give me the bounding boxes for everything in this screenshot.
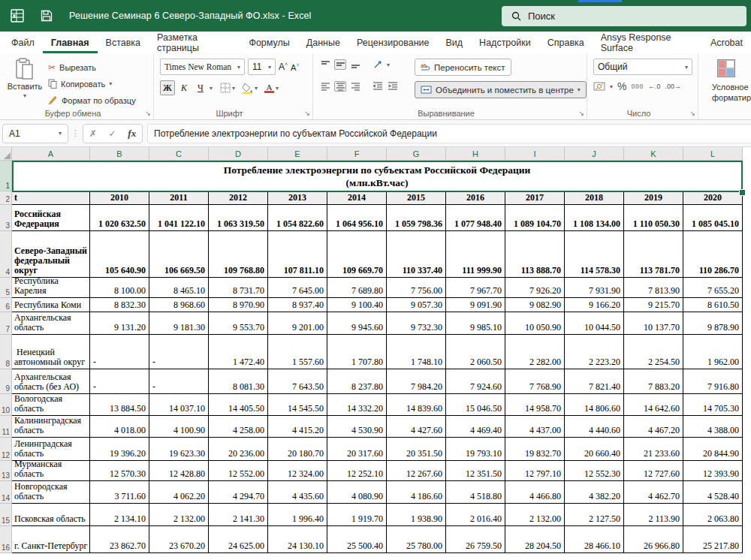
cut-button[interactable]: ✂ Вырезать [48, 60, 136, 74]
cell-L14[interactable]: 4 528.40 [683, 481, 743, 504]
cell-J3[interactable]: 1 108 134.00 [565, 205, 624, 231]
search-box[interactable]: Поиск [502, 6, 746, 26]
merge-center-button[interactable]: Объединить и поместить в центре ▾ [415, 81, 587, 98]
row-header-1[interactable]: 1 [0, 161, 12, 191]
cell-J8[interactable]: 2 223.20 [565, 335, 624, 369]
cell-G14[interactable]: 4 186.60 [387, 481, 446, 504]
tab-формулы[interactable]: Формулы [240, 32, 297, 53]
cell-A9[interactable]: Архангельская область (без АО) [12, 369, 90, 394]
align-top-icon[interactable] [319, 59, 331, 70]
column-header-K[interactable]: K [624, 147, 683, 161]
cell-D12[interactable]: 20 236.00 [209, 438, 268, 461]
cell-G2[interactable]: 2015 [387, 191, 446, 205]
cell-E7[interactable]: 9 201.00 [268, 312, 327, 335]
cell-A1-merged-title[interactable]: Потребление электроэнергии по субъектам … [12, 161, 743, 191]
underline-chevron-icon[interactable]: ▾ [210, 85, 213, 92]
cell-L15[interactable]: 2 063.80 [683, 504, 743, 526]
cell-H3[interactable]: 1 077 948.40 [446, 205, 505, 231]
row-header-3[interactable]: 3 [0, 205, 12, 231]
cell-H10[interactable]: 15 046.50 [446, 394, 505, 416]
cell-A16[interactable]: г. Санкт-Петербург [12, 526, 90, 553]
cell-C14[interactable]: 4 062.20 [149, 481, 209, 504]
row-header-6[interactable]: 6 [0, 298, 12, 312]
cell-H4[interactable]: 111 999.90 [446, 231, 505, 278]
cell-H16[interactable]: 26 759.50 [446, 526, 505, 553]
cell-D6[interactable]: 8 970.90 [209, 298, 268, 312]
cell-J15[interactable]: 2 127.50 [565, 504, 624, 526]
cell-K4[interactable]: 113 781.70 [624, 231, 683, 278]
cell-E5[interactable]: 7 645.00 [268, 278, 327, 298]
conditional-formatting-button[interactable] [717, 59, 735, 77]
cell-C3[interactable]: 1 041 122.10 [149, 205, 209, 231]
column-header-E[interactable]: E [268, 147, 327, 161]
cell-K7[interactable]: 10 137.70 [624, 312, 683, 335]
cell-J16[interactable]: 28 466.10 [565, 526, 624, 553]
font-color-chevron-icon[interactable]: ▾ [276, 85, 279, 92]
cell-K8[interactable]: 2 254.50 [624, 335, 683, 369]
row-header-12[interactable]: 12 [0, 438, 12, 461]
cell-C9[interactable]: - [149, 369, 209, 394]
cell-C16[interactable]: 23 670.20 [149, 526, 209, 553]
cell-L9[interactable]: 7 916.80 [683, 369, 743, 394]
cell-H6[interactable]: 9 091.90 [446, 298, 505, 312]
cell-B9[interactable]: - [90, 369, 149, 394]
cell-H8[interactable]: 2 060.50 [446, 335, 505, 369]
cell-F12[interactable]: 20 317.60 [327, 438, 387, 461]
cell-L11[interactable]: 4 388.00 [683, 416, 743, 438]
align-bottom-icon[interactable] [349, 59, 361, 70]
cell-D14[interactable]: 4 294.70 [209, 481, 268, 504]
cell-H11[interactable]: 4 469.40 [446, 416, 505, 438]
column-header-L[interactable]: L [683, 147, 743, 161]
cell-L13[interactable]: 12 393.90 [683, 461, 743, 481]
cell-I7[interactable]: 10 050.90 [505, 312, 565, 335]
tab-вид[interactable]: Вид [437, 32, 471, 53]
comma-style-icon[interactable]: 000 [631, 83, 644, 90]
cell-F11[interactable]: 4 530.90 [327, 416, 387, 438]
cell-H2[interactable]: 2016 [446, 191, 505, 205]
column-header-F[interactable]: F [327, 147, 387, 161]
paste-chevron-icon[interactable]: ▾ [6, 92, 44, 99]
column-header-D[interactable]: D [209, 147, 268, 161]
cell-F8[interactable]: 1 707.80 [327, 335, 387, 369]
cell-A11[interactable]: Калининградская область [12, 416, 90, 438]
tab-acrobat[interactable]: Acrobat [702, 32, 751, 53]
cell-E12[interactable]: 20 180.70 [268, 438, 327, 461]
cell-B4[interactable]: 105 640.90 [90, 231, 149, 278]
save-icon[interactable] [41, 10, 53, 22]
align-middle-icon[interactable] [334, 59, 346, 70]
cell-C4[interactable]: 106 669.50 [149, 231, 209, 278]
column-header-H[interactable]: H [446, 147, 505, 161]
cell-J12[interactable]: 20 660.40 [565, 438, 624, 461]
cell-L16[interactable]: 25 217.80 [683, 526, 743, 553]
cell-J5[interactable]: 7 931.90 [565, 278, 624, 298]
row-header-4[interactable]: 4 [0, 231, 12, 278]
cell-B5[interactable]: 8 100.00 [90, 278, 149, 298]
cell-C15[interactable]: 2 132.00 [149, 504, 209, 526]
cell-D10[interactable]: 14 405.50 [209, 394, 268, 416]
cell-A5[interactable]: Республика Карелия [12, 278, 90, 298]
cell-F14[interactable]: 4 080.90 [327, 481, 387, 504]
number-dialog-launcher-icon[interactable]: ↘ [689, 110, 695, 117]
cell-I12[interactable]: 19 832.70 [505, 438, 565, 461]
tab-данные[interactable]: Данные [298, 32, 348, 53]
cell-K10[interactable]: 14 642.60 [624, 394, 683, 416]
cell-L6[interactable]: 8 610.50 [683, 298, 743, 312]
cell-H15[interactable]: 2 016.40 [446, 504, 505, 526]
cell-D7[interactable]: 9 553.70 [209, 312, 268, 335]
cell-F7[interactable]: 9 945.60 [327, 312, 387, 335]
cell-F3[interactable]: 1 064 956.10 [327, 205, 387, 231]
cell-A14[interactable]: Новгородская область [12, 481, 90, 504]
cell-G12[interactable]: 20 351.50 [387, 438, 446, 461]
cell-A15[interactable]: Псковская область [12, 504, 90, 526]
cell-F15[interactable]: 1 919.70 [327, 504, 387, 526]
cell-E14[interactable]: 4 435.60 [268, 481, 327, 504]
cell-J9[interactable]: 7 821.40 [565, 369, 624, 394]
cell-H9[interactable]: 7 924.60 [446, 369, 505, 394]
cell-K13[interactable]: 12 727.60 [624, 461, 683, 481]
cell-I3[interactable]: 1 089 104.70 [505, 205, 565, 231]
alignment-dialog-launcher-icon[interactable]: ↘ [578, 110, 584, 117]
row-header-11[interactable]: 11 [0, 416, 12, 438]
cell-H7[interactable]: 9 985.10 [446, 312, 505, 335]
cell-C10[interactable]: 14 037.10 [149, 394, 209, 416]
cell-E9[interactable]: 7 643.50 [268, 369, 327, 394]
